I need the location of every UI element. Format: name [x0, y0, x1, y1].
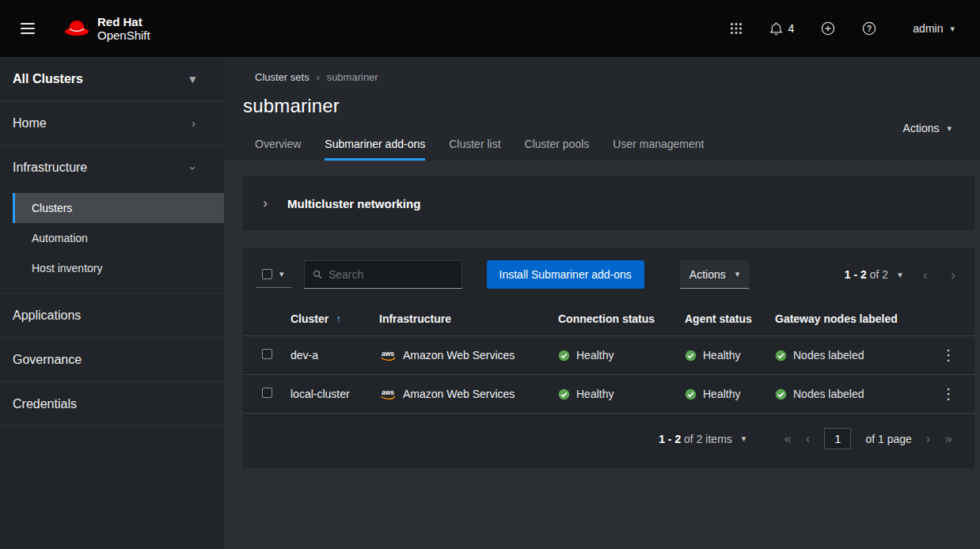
- check-circle-icon: [685, 388, 697, 400]
- caret-down-icon: ▾: [947, 124, 952, 133]
- caret-down-icon[interactable]: ▾: [898, 271, 902, 279]
- brand-line2: OpenShift: [97, 28, 150, 42]
- status-label: Healthy: [703, 388, 740, 400]
- bulk-select-dropdown[interactable]: ▾: [256, 262, 291, 288]
- cluster-scope-selector[interactable]: All Clusters ▾: [0, 57, 224, 101]
- add-resource-button[interactable]: [811, 15, 845, 42]
- user-menu-button[interactable]: admin ▾: [894, 16, 958, 41]
- column-header-connection-status: Connection status: [549, 301, 675, 336]
- caret-down-icon: ▾: [189, 73, 196, 85]
- pagination-items-word: items: [705, 433, 731, 445]
- prev-page-button[interactable]: ‹: [806, 432, 811, 445]
- notification-count: 4: [788, 22, 795, 35]
- gateway-nodes-cell[interactable]: Nodes labeled: [775, 388, 924, 400]
- table-actions-label: Actions: [689, 268, 726, 281]
- check-circle-icon: [558, 350, 570, 362]
- status-label: Healthy: [576, 349, 613, 362]
- question-circle-icon: ?: [862, 21, 876, 36]
- nav-toggle-button[interactable]: [13, 12, 43, 45]
- pagination-nav: « ‹ of 1 page › »: [784, 428, 952, 449]
- sidebar-item-host-inventory[interactable]: Host inventory: [13, 253, 224, 283]
- expandable-section-label: Multicluster networking: [287, 197, 420, 210]
- infrastructure-subnav: Clusters Automation Host inventory: [0, 190, 224, 293]
- chevron-right-icon: ›: [192, 117, 196, 129]
- sidebar-item-governance[interactable]: Governance: [0, 338, 224, 382]
- tab-submariner-add-ons[interactable]: Submariner add-ons: [313, 131, 437, 161]
- breadcrumb-current: submariner: [327, 71, 378, 83]
- pagination-bottom: 1 - 2 of 2 items ▾ « ‹ of 1 page ›: [243, 414, 974, 449]
- column-label: Cluster: [291, 312, 329, 325]
- row-kebab-menu-button[interactable]: ⋮: [941, 387, 955, 401]
- tab-user-management[interactable]: User management: [601, 131, 716, 161]
- pagination-range: 1 - 2: [845, 268, 867, 281]
- sort-ascending-icon[interactable]: ↑: [336, 312, 341, 325]
- sidebar-item-home[interactable]: Home ›: [0, 101, 224, 146]
- help-button[interactable]: ?: [853, 15, 886, 42]
- row-kebab-menu-button[interactable]: ⋮: [941, 348, 955, 362]
- sidebar-item-label: Applications: [13, 309, 81, 323]
- svg-text:aws: aws: [382, 388, 394, 396]
- status-label: Healthy: [576, 388, 613, 400]
- first-page-button[interactable]: «: [784, 432, 791, 445]
- header-checkbox-cell: [243, 301, 281, 336]
- content-section: › Multicluster networking ▾: [224, 161, 980, 549]
- gateway-nodes-cell[interactable]: Nodes labeled: [775, 349, 924, 362]
- sidebar-item-applications[interactable]: Applications: [0, 293, 224, 338]
- search-input[interactable]: [329, 268, 454, 281]
- next-page-button[interactable]: ›: [951, 268, 955, 282]
- cluster-name-cell: dev-a: [281, 336, 370, 375]
- page-actions-label: Actions: [903, 122, 940, 134]
- table-header-row: Cluster↑ Infrastructure Connection statu…: [243, 301, 974, 336]
- tab-cluster-pools[interactable]: Cluster pools: [513, 131, 602, 161]
- infrastructure-label: Amazon Web Services: [403, 388, 515, 400]
- expand-toggle-button[interactable]: ›: [243, 176, 287, 230]
- column-header-infrastructure: Infrastructure: [370, 301, 549, 336]
- app-launcher-button[interactable]: [720, 16, 752, 41]
- row-checkbox[interactable]: [262, 349, 272, 359]
- sidebar-item-infrastructure[interactable]: Infrastructure ›: [0, 146, 224, 190]
- page-actions-dropdown[interactable]: Actions ▾: [903, 122, 952, 134]
- brand-logo: Red Hat OpenShift: [63, 15, 150, 43]
- breadcrumb-link-cluster-sets[interactable]: Cluster sets: [255, 71, 310, 83]
- sidebar-item-label: Governance: [13, 353, 82, 367]
- prev-page-button[interactable]: ‹: [923, 268, 928, 282]
- last-page-button[interactable]: »: [945, 432, 952, 445]
- table-actions-dropdown[interactable]: Actions ▾: [680, 260, 749, 289]
- check-circle-icon: [775, 350, 787, 362]
- sidebar-item-label: Home: [13, 116, 47, 131]
- caret-down-icon: ▾: [279, 270, 284, 278]
- pagination-top-arrows: ‹ ›: [923, 268, 955, 282]
- caret-down-icon[interactable]: ▾: [742, 434, 746, 443]
- row-checkbox[interactable]: [262, 388, 272, 398]
- infrastructure-label: Amazon Web Services: [403, 349, 515, 362]
- connection-status-cell[interactable]: Healthy: [558, 349, 669, 362]
- check-circle-icon: [775, 388, 787, 400]
- app-root: Red Hat OpenShift 4: [0, 0, 980, 549]
- tab-overview[interactable]: Overview: [243, 131, 313, 161]
- current-page-input[interactable]: [824, 428, 851, 449]
- sidebar-item-automation[interactable]: Automation: [13, 223, 224, 253]
- sidebar-item-clusters[interactable]: Clusters: [13, 193, 224, 223]
- agent-status-cell[interactable]: Healthy: [685, 349, 759, 362]
- check-circle-icon: [685, 350, 697, 362]
- tab-cluster-list[interactable]: Cluster list: [437, 131, 512, 161]
- pagination-of: of: [870, 268, 879, 281]
- pagination-total: 2: [882, 268, 888, 281]
- connection-status-cell[interactable]: Healthy: [558, 388, 669, 400]
- bulk-select-checkbox[interactable]: [262, 269, 272, 279]
- install-submariner-button[interactable]: Install Submariner add-ons: [487, 260, 644, 289]
- chevron-right-icon: ›: [263, 195, 268, 211]
- cluster-scope-label: All Clusters: [13, 72, 83, 86]
- infrastructure-cell: aws Amazon Web Services: [379, 388, 542, 400]
- table-row-dev-a: dev-a aws Amazon Web Services: [243, 336, 974, 375]
- multicluster-networking-card: › Multicluster networking: [243, 176, 974, 230]
- notifications-button[interactable]: 4: [760, 15, 804, 42]
- next-page-button[interactable]: ›: [926, 432, 931, 445]
- agent-status-cell[interactable]: Healthy: [685, 388, 759, 400]
- clusters-table: Cluster↑ Infrastructure Connection statu…: [243, 301, 974, 414]
- bell-icon: [769, 21, 783, 36]
- sidebar-item-credentials[interactable]: Credentials: [0, 382, 224, 426]
- sidebar-item-label: Infrastructure: [13, 161, 87, 175]
- column-header-gateway-nodes: Gateway nodes labeled: [765, 301, 930, 336]
- column-header-cluster[interactable]: Cluster↑: [281, 301, 370, 336]
